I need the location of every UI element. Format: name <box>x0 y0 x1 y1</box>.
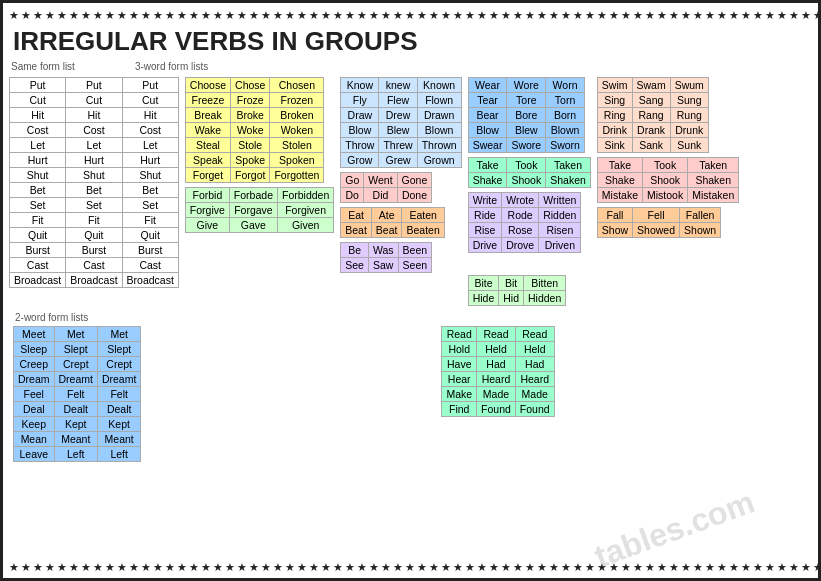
table-cell: Swear <box>468 138 507 153</box>
table-cell: Left <box>54 447 97 462</box>
table-cell: Hold <box>442 342 477 357</box>
table-cell: Froze <box>231 93 270 108</box>
table-cell: Dealt <box>54 402 97 417</box>
table-cell: Drew <box>379 108 417 123</box>
table-cell: Draw <box>341 108 379 123</box>
table-cell: Keep <box>14 417 55 432</box>
table-cell: Swore <box>507 138 546 153</box>
wear-section: WearWoreWornTearToreTornBearBoreBornBlow… <box>468 77 591 306</box>
table-cell: Drink <box>597 123 632 138</box>
table-cell: Put <box>122 78 178 93</box>
table-cell: Been <box>398 243 432 258</box>
table-cell: Did <box>364 188 397 203</box>
table-cell: Hit <box>122 108 178 123</box>
table-cell: Bear <box>468 108 507 123</box>
table-cell: Swim <box>597 78 632 93</box>
table-cell: Beat <box>371 223 402 238</box>
table-cell: Broken <box>270 108 324 123</box>
table-cell: Heard <box>515 372 554 387</box>
table-cell: Cast <box>66 258 122 273</box>
table-cell: Shut <box>10 168 66 183</box>
table-cell: Crept <box>97 357 140 372</box>
star-border-top: ★★★★★★★★★★★★★★★★★★★★★★★★★★★★★★★★★★★★★★★★… <box>9 9 812 22</box>
table-cell: Forgive <box>185 203 229 218</box>
table-cell: Forget <box>185 168 230 183</box>
table-cell: Drawn <box>417 108 461 123</box>
table-cell: Set <box>10 198 66 213</box>
two-word-label: 2-word form lists <box>15 312 812 323</box>
choose-section: ChooseChoseChosenFreezeFrozeFrozenBreakB… <box>185 77 334 233</box>
table-cell: Heard <box>477 372 516 387</box>
table-cell: Blown <box>417 123 461 138</box>
table-cell: Frozen <box>270 93 324 108</box>
table-cell: Took <box>643 158 688 173</box>
same-form-label: Same form list <box>11 61 75 72</box>
table-cell: Tear <box>468 93 507 108</box>
table-cell: Made <box>515 387 554 402</box>
table-cell: Hide <box>468 291 499 306</box>
table-cell: Go <box>341 173 364 188</box>
table-cell: Show <box>597 223 632 238</box>
table-cell: Dealt <box>97 402 140 417</box>
table-cell: Wear <box>468 78 507 93</box>
table-cell: Fall <box>597 208 632 223</box>
table-cell: Throw <box>341 138 379 153</box>
table-cell: Sink <box>597 138 632 153</box>
table-cell: Deal <box>14 402 55 417</box>
table-cell: Let <box>122 138 178 153</box>
table-cell: See <box>341 258 369 273</box>
table-cell: Bet <box>122 183 178 198</box>
table-cell: Make <box>442 387 477 402</box>
table-cell: Thrown <box>417 138 461 153</box>
table-cell: Broadcast <box>10 273 66 288</box>
table-cell: Slept <box>54 342 97 357</box>
table-cell: Take <box>468 158 507 173</box>
table-cell: Broke <box>231 108 270 123</box>
table-cell: Do <box>341 188 364 203</box>
table-cell: Rang <box>632 108 670 123</box>
table-cell: Held <box>477 342 516 357</box>
table-cell: Mistake <box>597 188 642 203</box>
read-table: ReadReadReadHoldHeldHeldHaveHadHadHearHe… <box>441 326 554 417</box>
table-cell: Drove <box>502 238 539 253</box>
table-cell: Cast <box>10 258 66 273</box>
swim-table: SwimSwamSwumSingSangSungRingRangRungDrin… <box>597 77 709 153</box>
table-cell: Blown <box>546 123 585 138</box>
table-cell: Give <box>185 218 229 233</box>
table-cell: Read <box>442 327 477 342</box>
swim-section: SwimSwamSwumSingSangSungRingRangRungDrin… <box>597 77 739 238</box>
star-border-bottom: ★★★★★★★★★★★★★★★★★★★★★★★★★★★★★★★★★★★★★★★★… <box>9 561 821 574</box>
table-cell: Spoken <box>270 153 324 168</box>
table-cell: Shook <box>507 173 546 188</box>
table-cell: Written <box>539 193 581 208</box>
table-cell: Gone <box>397 173 432 188</box>
table-cell: Torn <box>546 93 585 108</box>
table-cell: Take <box>597 158 642 173</box>
table-cell: Fallen <box>680 208 721 223</box>
table-cell: Let <box>66 138 122 153</box>
table-cell: Hurt <box>66 153 122 168</box>
table-cell: Feel <box>14 387 55 402</box>
table-cell: Find <box>442 402 477 417</box>
table-cell: Flew <box>379 93 417 108</box>
table-cell: Wore <box>507 78 546 93</box>
table-cell: Ridden <box>539 208 581 223</box>
table-cell: Sworn <box>546 138 585 153</box>
table-cell: Write <box>468 193 502 208</box>
table-cell: Burst <box>122 243 178 258</box>
table-cell: Fit <box>10 213 66 228</box>
table-cell: Creep <box>14 357 55 372</box>
table-cell: Shut <box>66 168 122 183</box>
table-cell: Worn <box>546 78 585 93</box>
table-cell: Grew <box>379 153 417 168</box>
table-cell: Rose <box>502 223 539 238</box>
table-cell: Left <box>97 447 140 462</box>
table-cell: Forbidden <box>277 188 333 203</box>
table-cell: Bitten <box>524 276 566 291</box>
table-cell: Speak <box>185 153 230 168</box>
table-cell: Shown <box>680 223 721 238</box>
table-cell: Taken <box>688 158 739 173</box>
table-cell: Sank <box>632 138 670 153</box>
table-cell: Ring <box>597 108 632 123</box>
table-cell: Blew <box>379 123 417 138</box>
